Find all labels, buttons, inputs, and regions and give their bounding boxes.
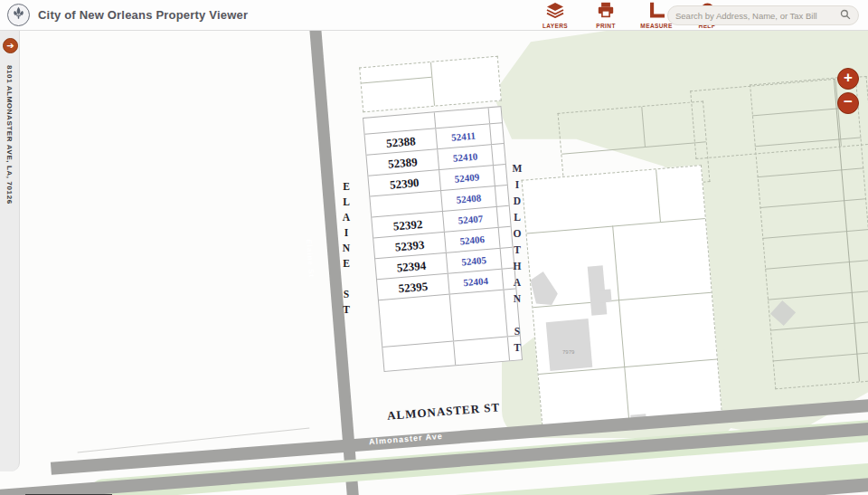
print-button[interactable]: PRINT [586,2,626,29]
elaine-road-label: Elaine St [305,239,316,278]
search-icon[interactable] [840,7,851,24]
tool-label: PRINT [596,23,616,29]
tool-label: LAYERS [542,23,568,29]
almonaster-st-label: ALMONASTER ST [387,400,501,424]
collapsed-info-panel[interactable]: ➔ 8101 ALMONASTER AVE, LA, 70126 [0,31,20,471]
building-footprint [546,319,593,371]
expand-panel-button[interactable]: ➔ [3,38,18,53]
zoom-in-button[interactable]: + [837,68,859,90]
measure-icon [647,2,665,22]
app-header: City of New Orleans Property Viewer LAYE… [0,0,868,31]
layers-icon [545,2,565,22]
zoom-out-button[interactable]: − [837,92,859,114]
parcel-grid: 52388 52411 52389 52410 52390 52409 5240… [363,106,523,372]
building-number-label: 7979 [562,349,574,355]
map-canvas[interactable]: 7979 52388 52411 52389 52410 52390 [0,31,868,495]
layers-button[interactable]: LAYERS [535,2,575,29]
new-orleans-logo [7,4,30,26]
fleur-de-lis-icon [12,6,25,24]
elaine-street-road [309,31,363,495]
building-footprint [599,289,611,302]
selected-address-label: 8101 ALMONASTER AVE, LA, 70126 [5,65,14,205]
app-title: City of New Orleans Property Viewer [38,8,248,22]
print-icon [597,2,615,22]
property-viewer-app: 7979 52388 52411 52389 52410 52390 [0,0,868,495]
parcel-block-outline [359,56,502,113]
tool-label: MEASURE [640,23,672,29]
search-input[interactable] [675,11,840,21]
search-box[interactable] [667,5,859,25]
arrow-right-icon: ➔ [6,41,14,51]
midlothan-st-label: MIDLOTHAN ST [512,163,523,358]
elaine-st-label: ELAINE ST [341,181,352,319]
